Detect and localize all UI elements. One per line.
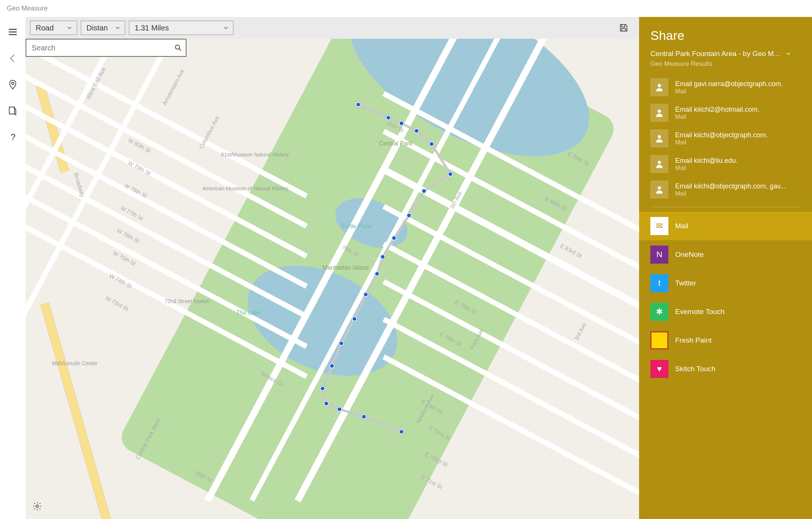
map-label-manhattan: Manhattan Island <box>323 264 369 271</box>
map-canvas[interactable]: Central Park Turtle Pond The Lake Manhat… <box>26 39 639 519</box>
map-label-museum2: American Museum of Natural History <box>202 185 288 191</box>
back-arrow-icon <box>8 53 18 64</box>
chevron-down-icon <box>114 24 121 31</box>
share-button[interactable] <box>5 103 20 118</box>
share-app-skitch-touch[interactable]: ♥Skitch Touch <box>639 355 812 383</box>
route-waypoint[interactable] <box>339 341 344 346</box>
svg-point-8 <box>658 161 661 164</box>
route-waypoint[interactable] <box>324 401 329 406</box>
svg-point-7 <box>658 135 661 138</box>
contact-line: Email kiichi@liu.edu. <box>675 157 738 165</box>
back-button[interactable] <box>5 51 20 66</box>
route-waypoint[interactable] <box>414 128 419 134</box>
app-title: Geo Measure <box>7 5 48 12</box>
svg-point-9 <box>658 186 661 190</box>
route-waypoint[interactable] <box>399 121 404 126</box>
chevron-down-icon <box>785 50 792 57</box>
person-icon <box>650 129 668 147</box>
search-icon[interactable] <box>171 44 186 52</box>
svg-text:?: ? <box>11 132 15 142</box>
contact-line: Email kiiichi2@hotmail.com. <box>675 106 759 114</box>
app-icon: N <box>650 246 668 264</box>
share-app-fresh-paint[interactable]: Fresh Paint <box>639 326 812 355</box>
share-app-mail[interactable]: ✉Mail <box>639 212 812 240</box>
person-icon <box>650 155 668 173</box>
contact-app: Mail <box>675 88 783 95</box>
search-input[interactable] <box>26 39 171 56</box>
svg-point-0 <box>12 82 14 85</box>
share-app-twitter[interactable]: tTwitter <box>639 269 812 297</box>
route-waypoint[interactable] <box>356 102 361 107</box>
route-waypoint[interactable] <box>380 254 385 260</box>
divider <box>650 207 801 207</box>
share-app-onenote[interactable]: NOneNote <box>639 240 812 269</box>
map-label-museum1: 81st/Museum Natural History <box>221 152 289 158</box>
route-waypoint[interactable] <box>391 235 397 241</box>
measurement-dropdown[interactable]: 1.31 Miles <box>129 21 233 35</box>
main-area: Road Distan 1.31 Miles <box>26 17 639 519</box>
route-waypoint[interactable] <box>329 363 335 369</box>
share-icon <box>8 106 18 116</box>
route-waypoint[interactable] <box>363 292 368 297</box>
person-icon <box>650 78 668 96</box>
app-icon: ✉ <box>650 217 668 235</box>
contact-list: Email gavi.narra@objectgraph.com.Mail Em… <box>639 74 812 202</box>
chevron-down-icon <box>66 24 73 31</box>
route-waypoint[interactable] <box>386 115 391 120</box>
app-label: OneNote <box>675 250 704 259</box>
contact-line: Email kiichi@objectgraph.com, gav... <box>675 182 786 190</box>
share-title: Share <box>639 28 812 50</box>
app-icon <box>650 331 668 349</box>
share-subtitle-row[interactable]: Central Park Fountain Area - by Geo M... <box>639 50 812 58</box>
contact-item[interactable]: Email kiichi@objectgraph.com, gav...Mail <box>650 177 801 202</box>
toolbar: Road Distan 1.31 Miles <box>26 17 639 39</box>
route-waypoint[interactable] <box>406 213 412 218</box>
measure-mode-dropdown[interactable]: Distan <box>81 21 125 35</box>
map-type-dropdown[interactable]: Road <box>30 21 77 35</box>
share-subtitle-text: Central Park Fountain Area - by Geo M... <box>650 50 780 58</box>
map-label-72nd-station: 72nd Street Station <box>165 298 210 304</box>
app-label: Twitter <box>675 279 696 287</box>
app-label: Mail <box>675 222 688 230</box>
contact-item[interactable]: Email gavi.narra@objectgraph.com.Mail <box>650 74 801 100</box>
route-waypoint[interactable] <box>320 386 325 391</box>
contact-app: Mail <box>675 165 738 171</box>
route-waypoint[interactable] <box>421 188 427 194</box>
route-waypoint[interactable] <box>361 414 367 419</box>
measure-mode-value: Distan <box>86 24 108 32</box>
map-label-lincoln: 66th/Lincoln Center <box>52 360 97 366</box>
app-label: Fresh Paint <box>675 336 712 344</box>
share-caption: Geo Measure Results <box>639 58 812 74</box>
gear-icon <box>32 501 42 511</box>
contact-line: Email kiichi@objectgraph.com. <box>675 131 768 139</box>
app-icon: ✱ <box>650 303 668 321</box>
help-icon: ? <box>8 132 18 143</box>
svg-point-4 <box>36 505 39 508</box>
search-bar[interactable] <box>26 39 186 57</box>
route-waypoint[interactable] <box>337 407 342 412</box>
map-pin-icon <box>8 79 18 90</box>
map-label-central-park: Central Park <box>379 140 412 147</box>
app-icon: t <box>650 274 668 292</box>
route-waypoint[interactable] <box>374 271 380 276</box>
settings-button[interactable] <box>32 501 42 512</box>
help-button[interactable]: ? <box>5 130 20 145</box>
route-waypoint[interactable] <box>399 429 404 434</box>
contact-item[interactable]: Email kiichi@objectgraph.com.Mail <box>650 126 801 151</box>
measurement-value: 1.31 Miles <box>135 24 169 32</box>
contact-item[interactable]: Email kiichi@liu.edu.Mail <box>650 151 801 177</box>
app-icon: ♥ <box>650 360 668 378</box>
hamburger-button[interactable] <box>5 24 20 39</box>
route-waypoint[interactable] <box>352 316 357 322</box>
chevron-down-icon <box>223 24 229 31</box>
contact-app: Mail <box>675 114 759 120</box>
save-button[interactable] <box>617 21 631 35</box>
app-label: Evernote Touch <box>675 308 725 316</box>
map-mode-button[interactable] <box>5 77 20 92</box>
person-icon <box>650 181 668 199</box>
person-icon <box>650 104 668 122</box>
contact-item[interactable]: Email kiiichi2@hotmail.com.Mail <box>650 100 801 126</box>
route-waypoint[interactable] <box>429 141 434 147</box>
route-waypoint[interactable] <box>448 171 453 177</box>
share-app-evernote-touch[interactable]: ✱Evernote Touch <box>639 297 812 326</box>
